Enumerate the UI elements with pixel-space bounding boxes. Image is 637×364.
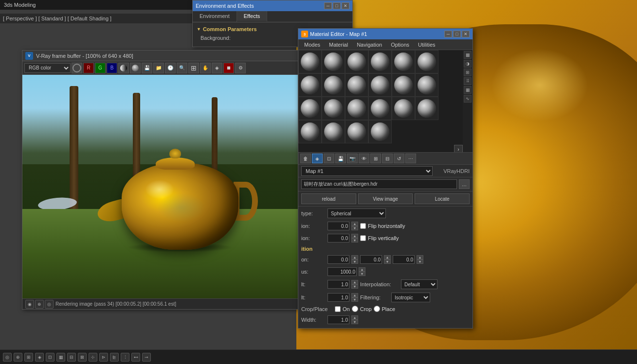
more-1-btn[interactable]: ⊞ [370, 154, 381, 163]
horiz-rot-input[interactable] [328, 222, 349, 230]
radius-down[interactable]: ▼ [359, 272, 365, 276]
zoom-region-btn[interactable]: 🔍 [177, 63, 187, 73]
sphere-17[interactable] [392, 97, 415, 120]
status-bar-icon-3[interactable]: ⊞ [24, 353, 33, 362]
history-btn[interactable]: 🕐 [165, 63, 176, 73]
horiz-rot-down[interactable]: ▼ [351, 226, 358, 230]
pos-z-down[interactable]: ▼ [417, 260, 423, 264]
status-bar-icon-11[interactable]: ⊵ [110, 353, 119, 362]
crop-radio[interactable] [352, 306, 358, 312]
sphere-8[interactable] [322, 73, 345, 97]
status-bar-icon-9[interactable]: ⊹ [89, 353, 97, 362]
sphere-21[interactable] [345, 120, 368, 143]
reload-button[interactable]: reload [301, 193, 356, 204]
sphere-1[interactable] [298, 50, 322, 73]
status-bar-icon-8[interactable]: ⊠ [78, 353, 87, 362]
pos-y-input[interactable] [360, 255, 382, 264]
folder-btn[interactable]: 📁 [153, 63, 164, 73]
sphere-lit-icon[interactable]: ◑ [464, 60, 472, 68]
sphere-12[interactable] [415, 73, 438, 97]
file-path-input[interactable] [301, 179, 457, 189]
default1-up[interactable]: ▲ [351, 280, 358, 284]
sphere-18[interactable] [415, 97, 438, 120]
minimize-button[interactable]: ─ [324, 2, 332, 9]
status-bar-icon-10[interactable]: ⊳ [99, 353, 108, 362]
view-image-button[interactable]: View image [358, 193, 413, 204]
stop-btn[interactable]: ⏹ [223, 63, 234, 73]
sphere-5[interactable] [392, 50, 415, 73]
sphere-11[interactable] [392, 73, 415, 97]
sphere-14[interactable] [322, 97, 345, 120]
status-bar-icon-14[interactable]: ⊸ [142, 353, 151, 362]
menu-modes[interactable]: Modes [300, 41, 324, 49]
status-bar-icon-2[interactable]: ⊕ [14, 353, 22, 362]
status-bar-icon-4[interactable]: ◈ [35, 353, 44, 362]
sphere-16[interactable] [368, 97, 392, 120]
sphere-grid-icon[interactable]: ⊞ [464, 69, 472, 76]
default2-up[interactable]: ▲ [351, 293, 358, 297]
flip-v-checkbox[interactable] [360, 235, 366, 241]
more-4-btn[interactable]: ⋯ [405, 154, 416, 163]
color-channel-select[interactable]: RGB color [24, 63, 71, 73]
interp-select[interactable]: Default [401, 279, 437, 289]
filter-select[interactable]: Isotropic [391, 293, 430, 302]
toggle-btn[interactable]: ⊡ [324, 154, 334, 163]
menu-options[interactable]: Options [387, 41, 413, 49]
status-bar-icon-1[interactable]: ◎ [3, 353, 12, 362]
vert-rot-up[interactable]: ▲ [351, 234, 358, 238]
save-map-btn[interactable]: 💾 [335, 154, 346, 163]
status-bar-icon-13[interactable]: ⊷ [131, 353, 140, 362]
sphere-20[interactable] [322, 120, 345, 143]
mono-btn[interactable] [118, 63, 129, 73]
settings-btn[interactable]: ⚙ [235, 63, 246, 73]
menu-navigation[interactable]: Navigation [353, 41, 386, 49]
zoom-btn[interactable]: ⊞ [188, 63, 199, 73]
sphere-10[interactable] [368, 73, 392, 97]
maximize-button[interactable]: □ [333, 2, 341, 9]
pos-x-up[interactable]: ▲ [351, 255, 358, 260]
flip-h-checkbox[interactable] [360, 223, 366, 229]
status-icon-3[interactable]: ◎ [45, 300, 54, 309]
close-button[interactable]: ✕ [342, 2, 349, 9]
view-map-btn[interactable]: 👁 [359, 154, 369, 163]
tab-environment[interactable]: Environment [193, 11, 237, 22]
mat-close-button[interactable]: ✕ [462, 31, 470, 37]
mat-maximize-button[interactable]: □ [453, 31, 461, 37]
on-checkbox[interactable] [335, 306, 341, 312]
horiz-rot-up[interactable]: ▲ [351, 222, 358, 226]
place-radio[interactable] [374, 306, 380, 312]
width-up[interactable]: ▲ [351, 315, 358, 320]
pos-y-up[interactable]: ▲ [384, 255, 391, 260]
map-name-select[interactable]: Map #1 [301, 166, 433, 176]
sphere-9[interactable] [345, 73, 368, 97]
status-bar-icon-5[interactable]: ⊡ [46, 353, 55, 362]
show-map-btn[interactable]: ◈ [312, 154, 323, 163]
status-icon-2[interactable]: ⊕ [35, 300, 44, 309]
pan-btn[interactable]: ✋ [200, 63, 211, 73]
locate-button[interactable]: Locate [415, 193, 470, 204]
width-input[interactable] [328, 315, 349, 324]
pos-z-up[interactable]: ▲ [417, 255, 423, 260]
save-btn[interactable]: 💾 [142, 63, 152, 73]
menu-utilities[interactable]: Utilities [414, 41, 439, 49]
radius-input[interactable] [328, 267, 357, 276]
default2-down[interactable]: ▼ [351, 297, 358, 302]
browse-button[interactable]: … [459, 179, 470, 189]
status-bar-icon-6[interactable]: ▦ [56, 353, 65, 362]
sphere-7[interactable] [298, 73, 322, 97]
default1-down[interactable]: ▼ [351, 284, 358, 289]
sphere-wave-icon[interactable]: ∿ [464, 95, 472, 103]
sphere-13[interactable] [298, 97, 322, 120]
sphere-more-button[interactable]: › [454, 145, 463, 152]
menu-material[interactable]: Material [325, 41, 352, 49]
sphere-6[interactable] [415, 50, 438, 73]
status-bar-icon-12[interactable]: ⋮ [121, 353, 129, 362]
status-icon-1[interactable]: ◉ [25, 300, 34, 309]
more-2-btn[interactable]: ⊟ [382, 154, 393, 163]
sphere-dots-icon[interactable]: ⠿ [464, 77, 472, 85]
blue-channel-btn[interactable]: B [107, 63, 117, 73]
delete-map-btn[interactable]: 🗑 [300, 154, 311, 163]
sphere-15[interactable] [345, 97, 368, 120]
pos-x-input[interactable] [328, 255, 349, 264]
type-select[interactable]: Spherical [328, 208, 386, 218]
